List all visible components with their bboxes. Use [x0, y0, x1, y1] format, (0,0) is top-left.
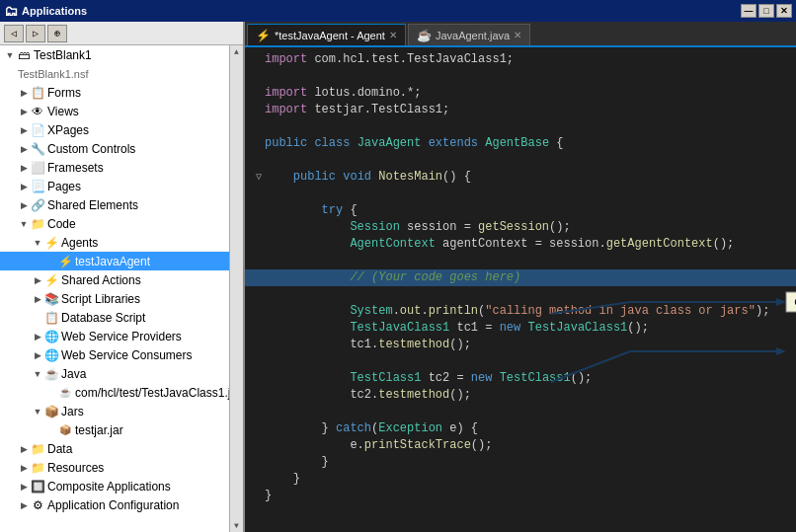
- ws-providers-label: Web Service Providers: [61, 330, 182, 343]
- fold-notes-main[interactable]: ▽: [253, 172, 265, 184]
- code-editor[interactable]: Class import com.hcl.test.TestJavaClass1…: [245, 47, 796, 532]
- tree-item-agents[interactable]: ▼ ⚡ Agents: [0, 233, 229, 252]
- forward-button[interactable]: ▷: [26, 25, 45, 42]
- framesets-icon: ⬜: [30, 160, 45, 176]
- java-class-label: com/hcl/test/TestJavaClass1.j: [75, 386, 229, 400]
- code-icon: 📁: [30, 216, 45, 232]
- code-line-27: }: [245, 488, 796, 504]
- ws-consumers-icon: 🌐: [43, 347, 59, 363]
- scroll-down[interactable]: ▼: [234, 521, 239, 530]
- root-sub-label: TestBlank1.nsf: [18, 68, 89, 80]
- data-arrow: ▶: [18, 443, 30, 455]
- forms-label: Forms: [47, 86, 81, 100]
- jars-icon: 📦: [43, 404, 59, 419]
- java-icon: ☕: [43, 366, 59, 382]
- agents-arrow: ▼: [32, 237, 43, 249]
- code-line-16: System.out.println("calling method in ja…: [245, 303, 796, 320]
- tree-item-java[interactable]: ▼ ☕ Java: [0, 364, 229, 383]
- tree-item-app-config[interactable]: ▶ ⚙ Application Configuration: [0, 495, 229, 514]
- tree-item-database-script[interactable]: 📋 Database Script: [0, 308, 229, 327]
- shared-elements-arrow: ▶: [18, 199, 30, 211]
- left-panel: ◁ ▷ ⊕ ▼ 🗃 TestBlank1 TestBlank1.nsf ▶ 📋: [0, 22, 245, 532]
- data-label: Data: [47, 442, 72, 456]
- code-line-24: e.printStackTrace();: [245, 437, 796, 454]
- app-config-arrow: ▶: [18, 499, 30, 511]
- tree-item-java-class[interactable]: ☕ com/hcl/test/TestJavaClass1.j: [0, 383, 229, 402]
- code-line-15: [245, 286, 796, 303]
- testjar-label: testjar.jar: [75, 423, 123, 437]
- code-line-26: }: [245, 471, 796, 488]
- code-line-6: public class JavaAgent extends AgentBase…: [245, 135, 796, 152]
- tree-container[interactable]: ▼ 🗃 TestBlank1 TestBlank1.nsf ▶ 📋 Forms …: [0, 45, 229, 532]
- root-label: TestBlank1: [34, 48, 92, 62]
- pages-arrow: ▶: [18, 181, 30, 192]
- pages-label: Pages: [47, 180, 81, 193]
- forms-icon: 📋: [30, 85, 45, 101]
- tree-item-testjar[interactable]: 📦 testjar.jar: [0, 420, 229, 439]
- back-button[interactable]: ◁: [4, 25, 24, 42]
- scroll-up[interactable]: ▲: [234, 47, 239, 56]
- tree-item-framesets[interactable]: ▶ ⬜ Framesets: [0, 158, 229, 177]
- views-label: Views: [47, 105, 79, 118]
- tree-item-ws-consumers[interactable]: ▶ 🌐 Web Service Consumers: [0, 345, 229, 364]
- tree-item-resources[interactable]: ▶ 📁 Resources: [0, 458, 229, 477]
- tree-item-script-libraries[interactable]: ▶ 📚 Script Libraries: [0, 289, 229, 308]
- close-button[interactable]: ✕: [776, 4, 792, 18]
- tree-item-custom-controls[interactable]: ▶ 🔧 Custom Controls: [0, 139, 229, 158]
- tree-item-ws-providers[interactable]: ▶ 🌐 Web Service Providers: [0, 327, 229, 345]
- tab-test-java-agent[interactable]: ⚡ *testJavaAgent - Agent ✕: [247, 24, 406, 45]
- test-agent-arrow: [45, 256, 57, 267]
- tree-item-test-java-agent[interactable]: ⚡ testJavaAgent: [0, 252, 229, 270]
- tab1-icon: ⚡: [256, 29, 271, 42]
- tab2-label: JavaAgent.java: [436, 30, 510, 41]
- app-config-label: Application Configuration: [47, 498, 179, 512]
- code-line-20: TestClass1 tc2 = new TestClass1();: [245, 370, 796, 387]
- code-line-23: } catch(Exception e) {: [245, 420, 796, 437]
- main-layout: ◁ ▷ ⊕ ▼ 🗃 TestBlank1 TestBlank1.nsf ▶ 📋: [0, 22, 796, 532]
- composite-apps-icon: 🔲: [30, 479, 45, 494]
- custom-controls-label: Custom Controls: [47, 142, 135, 156]
- code-line-1: import com.hcl.test.TestJavaClass1;: [245, 51, 796, 68]
- code-line-22: [245, 404, 796, 420]
- left-panel-inner: ▼ 🗃 TestBlank1 TestBlank1.nsf ▶ 📋 Forms …: [0, 45, 243, 532]
- tab1-close[interactable]: ✕: [389, 30, 397, 40]
- tree-item-code[interactable]: ▼ 📁 Code: [0, 214, 229, 233]
- code-line-4: import testjar.TestClass1;: [245, 102, 796, 118]
- tree-item-xpages[interactable]: ▶ 📄 XPages: [0, 120, 229, 139]
- db-script-icon: 📋: [43, 310, 59, 326]
- tab2-close[interactable]: ✕: [514, 30, 521, 40]
- java-label: Java: [61, 367, 86, 381]
- title-text: Applications: [22, 5, 741, 17]
- tree-item-shared-elements[interactable]: ▶ 🔗 Shared Elements: [0, 195, 229, 214]
- tree-item-pages[interactable]: ▶ 📃 Pages: [0, 177, 229, 195]
- pages-icon: 📃: [30, 179, 45, 194]
- custom-controls-icon: 🔧: [30, 141, 45, 157]
- tree-item-data[interactable]: ▶ 📁 Data: [0, 439, 229, 458]
- app-config-icon: ⚙: [30, 497, 45, 513]
- java-class-icon: ☕: [57, 385, 73, 401]
- tree-item-views[interactable]: ▶ 👁 Views: [0, 102, 229, 120]
- shared-elements-label: Shared Elements: [47, 198, 138, 212]
- tree-item-composite-apps[interactable]: ▶ 🔲 Composite Applications: [0, 477, 229, 495]
- code-line-21: tc2.testmethod();: [245, 387, 796, 404]
- tree-item-jars[interactable]: ▼ 📦 Jars: [0, 402, 229, 420]
- shared-actions-label: Shared Actions: [61, 273, 141, 287]
- tree-root[interactable]: ▼ 🗃 TestBlank1: [0, 45, 229, 64]
- minimize-button[interactable]: —: [741, 4, 756, 18]
- agents-label: Agents: [61, 236, 98, 250]
- tab-java-agent-java[interactable]: ☕ JavaAgent.java ✕: [408, 24, 530, 45]
- tree-item-shared-actions[interactable]: ▶ ⚡ Shared Actions: [0, 270, 229, 289]
- tree-item-forms[interactable]: ▶ 📋 Forms: [0, 83, 229, 102]
- fold-1[interactable]: [253, 54, 265, 66]
- left-scroll-bar[interactable]: ▲ ▼: [229, 45, 243, 532]
- shared-elements-icon: 🔗: [30, 197, 45, 213]
- custom-controls-arrow: ▶: [18, 143, 30, 155]
- restore-button[interactable]: □: [758, 4, 774, 18]
- java-arrow: ▼: [32, 368, 43, 380]
- resources-arrow: ▶: [18, 462, 30, 474]
- jars-arrow: ▼: [32, 406, 43, 418]
- add-button[interactable]: ⊕: [47, 25, 67, 42]
- data-icon: 📁: [30, 441, 45, 457]
- script-libraries-arrow: ▶: [32, 293, 43, 305]
- resources-icon: 📁: [30, 460, 45, 476]
